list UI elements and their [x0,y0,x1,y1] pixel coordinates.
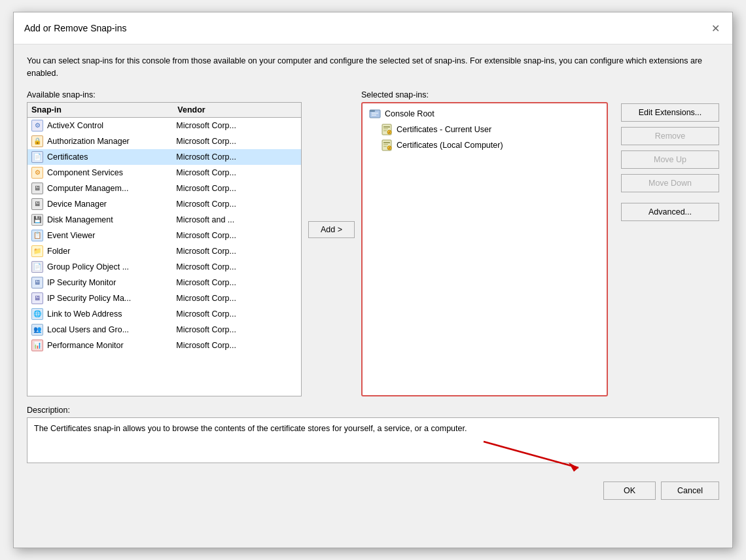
description-section: Description: The Certificates snap-in al… [27,406,719,463]
dialog-window: Add or Remove Snap-ins ✕ You can select … [13,12,733,548]
selected-rows-container: Console Root ✓ Certificates - Current Us… [365,106,604,153]
snapin-name: Group Policy Object ... [47,262,176,271]
move-down-button[interactable]: Move Down [621,174,719,192]
footer: OK Cancel [14,474,732,510]
selected-icon: ✓ [381,124,393,135]
cancel-button[interactable]: Cancel [661,481,719,500]
snapin-name: Certificates [47,152,176,162]
svg-text:✓: ✓ [388,146,391,150]
snapin-icon: 📊 [31,340,43,351]
main-area: Available snap-ins: Snap-in Vendor ⚙ Act… [27,90,719,396]
snapin-name: Computer Managem... [47,184,176,193]
selected-icon: ✓ [381,139,393,151]
add-button[interactable]: Add > [308,221,355,238]
table-row[interactable]: ⚙ ActiveX Control Microsoft Corp... [27,118,301,133]
remove-button[interactable]: Remove [621,127,719,145]
table-row[interactable]: 🌐 Link to Web Address Microsoft Corp... [27,306,301,322]
dialog-title: Add or Remove Snap-ins [24,23,126,33]
snapin-name: Component Services [47,168,176,177]
snapin-icon: 📄 [31,261,43,273]
action-buttons: Edit Extensions... Remove Move Up Move D… [621,90,719,221]
table-row[interactable]: 🖥 Computer Managem... Microsoft Corp... [27,181,301,196]
snapin-vendor: Microsoft Corp... [176,231,297,240]
svg-text:✓: ✓ [388,130,391,134]
selected-row[interactable]: Console Root [365,106,604,122]
snapin-name: Performance Monitor [47,341,176,350]
svg-rect-7 [383,130,387,131]
close-button[interactable]: ✕ [706,19,724,37]
ok-button[interactable]: OK [603,481,656,500]
available-snapin-table[interactable]: Snap-in Vendor ⚙ ActiveX Control Microso… [27,102,302,396]
snapin-icon: 📋 [31,230,43,241]
snapin-icon: ⚙ [31,167,43,179]
selected-label: Selected snap-ins: [361,90,608,99]
table-header: Snap-in Vendor [27,103,301,118]
snapin-icon: 🖥 [31,183,43,194]
available-label: Available snap-ins: [27,90,302,99]
table-row[interactable]: 📄 Certificates Microsoft Corp... [27,149,301,165]
snapin-vendor: Microsoft Corp... [176,262,297,271]
snapin-vendor: Microsoft Corp... [176,309,297,319]
svg-rect-11 [383,142,390,143]
svg-rect-12 [383,144,388,145]
cert-icon: ✓ [381,124,393,135]
edit-extensions-button[interactable]: Edit Extensions... [621,103,719,122]
selected-panel: Selected snap-ins: Console Root ✓ Certif… [361,90,608,396]
snapin-icon: 📄 [31,151,43,163]
snapin-vendor: Microsoft Corp... [176,278,297,287]
table-row[interactable]: 🖥 IP Security Policy Ma... Microsoft Cor… [27,290,301,306]
console-icon [369,108,381,120]
snapin-icon: 👥 [31,324,43,336]
snapin-icon: 🖥 [31,277,43,289]
snapin-vendor: Microsoft Corp... [176,137,297,146]
svg-rect-6 [383,128,388,130]
footer-buttons: OK Cancel [603,481,719,500]
selected-name: Console Root [385,109,435,118]
table-row[interactable]: ⚙ Component Services Microsoft Corp... [27,165,301,181]
move-up-button[interactable]: Move Up [621,150,719,169]
advanced-button[interactable]: Advanced... [621,203,719,221]
middle-area: Add > [308,90,355,238]
snapin-name: Folder [47,247,176,256]
table-row[interactable]: 🖥 Device Manager Microsoft Corp... [27,196,301,212]
snapin-icon: 🖥 [31,198,43,210]
snapin-vendor: Microsoft Corp... [176,294,297,303]
table-row[interactable]: 🔒 Authorization Manager Microsoft Corp..… [27,133,301,149]
table-row[interactable]: 📁 Folder Microsoft Corp... [27,243,301,259]
snapin-name: Disk Management [47,215,176,224]
snapin-icon: ⚙ [31,120,43,131]
snapin-vendor: Microsoft Corp... [176,341,297,350]
table-row[interactable]: 💾 Disk Management Microsoft and ... [27,212,301,228]
snapin-icon: 🖥 [31,292,43,304]
svg-rect-13 [383,146,387,147]
description-box: The Certificates snap-in allows you to b… [27,417,719,463]
table-row[interactable]: 📋 Event Viewer Microsoft Corp... [27,228,301,243]
snapin-name: IP Security Policy Ma... [47,294,176,303]
selected-row[interactable]: ✓ Certificates - Current User [365,122,604,137]
selected-snapin-box[interactable]: Console Root ✓ Certificates - Current Us… [361,102,608,396]
snapin-name: Local Users and Gro... [47,325,176,334]
selected-icon [369,108,381,120]
dialog-body: You can select snap-ins for this console… [14,44,732,474]
snapin-vendor: Microsoft Corp... [176,247,297,256]
header-snapin: Snap-in [31,105,177,114]
header-vendor: Vendor [177,105,297,114]
snapin-icon: 🔒 [31,135,43,147]
selected-row[interactable]: ✓ Certificates (Local Computer) [365,137,604,153]
snapin-icon: 🌐 [31,308,43,320]
snapin-icon: 💾 [31,214,43,226]
table-row[interactable]: 🖥 IP Security Monitor Microsoft Corp... [27,275,301,290]
snapin-name: ActiveX Control [47,121,176,130]
svg-rect-5 [383,126,390,128]
snapin-name: Link to Web Address [47,309,176,319]
table-row[interactable]: 📊 Performance Monitor Microsoft Corp... [27,338,301,353]
snapin-vendor: Microsoft and ... [176,215,297,224]
snapin-icon: 📁 [31,245,43,257]
table-row[interactable]: 👥 Local Users and Gro... Microsoft Corp.… [27,322,301,338]
snapin-name: Device Manager [47,200,176,209]
snapin-vendor: Microsoft Corp... [176,168,297,177]
available-rows-container: ⚙ ActiveX Control Microsoft Corp... 🔒 Au… [27,118,301,353]
table-row[interactable]: 📄 Group Policy Object ... Microsoft Corp… [27,259,301,275]
snapin-name: Authorization Manager [47,137,176,146]
snapin-vendor: Microsoft Corp... [176,152,297,162]
